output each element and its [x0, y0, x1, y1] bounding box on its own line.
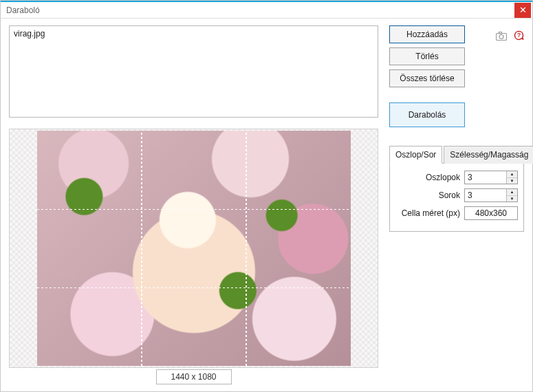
app-window: Daraboló ✕ virag.jpg 1440 x 1080 — [0, 0, 533, 392]
grid-line — [246, 131, 246, 366]
preview-image — [37, 131, 351, 366]
spin-up-icon[interactable]: ▲ — [507, 189, 517, 196]
rows-stepper[interactable]: 3 ▲ ▼ — [464, 188, 518, 202]
image-dimensions: 1440 x 1080 — [156, 369, 232, 384]
window-title: Daraboló — [6, 6, 514, 15]
tab-panel: Oszlop/Sor Szélesség/Magasság Oszlopok 3… — [389, 145, 524, 232]
spin-down-icon[interactable]: ▼ — [507, 196, 517, 202]
svg-rect-1 — [499, 32, 502, 34]
spin-up-icon[interactable]: ▲ — [507, 171, 517, 178]
preview-area: 1440 x 1080 — [9, 129, 378, 384]
grid-line — [37, 287, 351, 288]
columns-label: Oszlopok — [426, 173, 460, 182]
help-icon[interactable]: ? — [514, 30, 524, 43]
tab-label: Szélesség/Magasság — [450, 150, 528, 160]
list-item[interactable]: virag.jpg — [14, 29, 373, 39]
cell-size-value: 480x360 — [464, 206, 518, 220]
tab-width-height[interactable]: Szélesség/Magasság — [444, 146, 533, 164]
file-list[interactable]: virag.jpg — [9, 25, 378, 118]
cell-size-label: Cella méret (px) — [402, 208, 460, 218]
delete-all-button-label: Összes törlése — [400, 74, 454, 83]
close-icon: ✕ — [519, 5, 527, 15]
preview-canvas — [9, 129, 378, 368]
tab-bar: Oszlop/Sor Szélesség/Magasság — [389, 145, 524, 164]
right-pane: Hozzáadás ? Tör — [389, 25, 524, 384]
spin-down-icon[interactable]: ▼ — [507, 178, 517, 184]
grid-line — [141, 131, 142, 366]
columns-value[interactable]: 3 — [465, 171, 506, 184]
delete-button[interactable]: Törlés — [389, 47, 465, 65]
grid-line — [37, 209, 351, 210]
close-button[interactable]: ✕ — [514, 3, 531, 18]
rows-label: Sorok — [439, 190, 460, 200]
form-row-rows: Sorok 3 ▲ ▼ — [395, 188, 518, 202]
left-pane: virag.jpg 1440 x 1080 — [9, 25, 378, 384]
svg-text:?: ? — [517, 32, 521, 39]
rows-value[interactable]: 3 — [465, 189, 506, 202]
form-row-cell-size: Cella méret (px) 480x360 — [395, 206, 518, 220]
tab-col-row[interactable]: Oszlop/Sor — [389, 146, 442, 164]
columns-stepper[interactable]: 3 ▲ ▼ — [464, 171, 518, 184]
top-button-row: Hozzáadás ? — [389, 25, 524, 47]
camera-icon[interactable] — [496, 31, 507, 43]
add-button-label: Hozzáadás — [406, 30, 448, 39]
titlebar: Daraboló ✕ — [1, 1, 532, 19]
delete-all-button[interactable]: Összes törlése — [389, 69, 465, 87]
slice-button[interactable]: Darabolás — [389, 102, 465, 127]
delete-button-label: Törlés — [415, 52, 438, 61]
content: virag.jpg 1440 x 1080 Hozzáadás — [1, 19, 532, 391]
svg-point-2 — [499, 34, 503, 39]
form-row-columns: Oszlopok 3 ▲ ▼ — [395, 171, 518, 184]
add-button[interactable]: Hozzáadás — [389, 25, 465, 43]
slice-button-label: Darabolás — [409, 110, 446, 120]
tab-label: Oszlop/Sor — [395, 150, 436, 160]
tab-body: Oszlopok 3 ▲ ▼ Sorok 3 — [389, 164, 524, 232]
